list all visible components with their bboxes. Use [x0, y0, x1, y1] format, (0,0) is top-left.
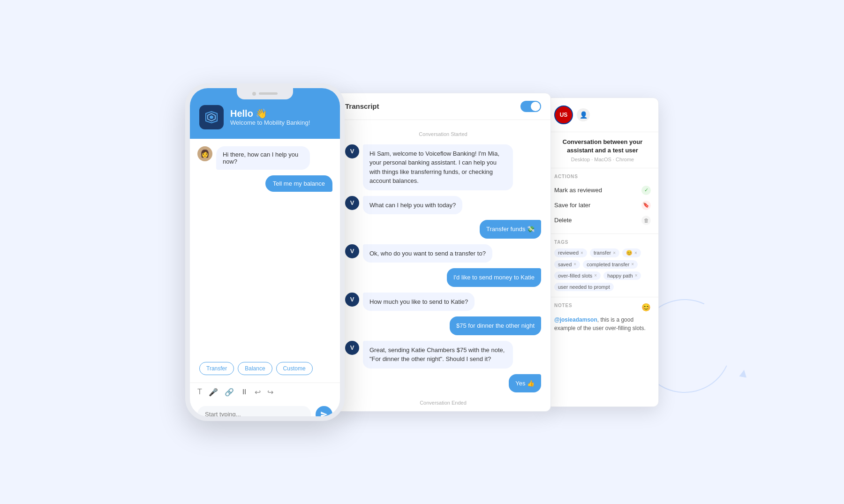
bot-transcript-avatar-2: V — [345, 196, 359, 210]
suggestion-custom[interactable]: Custome — [276, 362, 313, 375]
speaker — [259, 92, 278, 95]
phone-greeting: Hello 👋 — [230, 108, 310, 119]
tag-saved: saved× — [554, 260, 580, 269]
transcript-title: Transcript — [345, 102, 379, 110]
bot-avatar: 👩 — [197, 146, 212, 161]
transcript-body[interactable]: Conversation Started V Hi Sam, welcome t… — [336, 120, 550, 411]
user-message-1: Tell me my balance — [197, 175, 332, 192]
transcript-header: Transcript + — [336, 93, 550, 120]
action-mark-reviewed[interactable]: Mark as reviewed ✓ — [554, 183, 651, 198]
toolbar-pause-icon[interactable]: ⏸ — [241, 388, 248, 396]
notes-emoji: 😊 — [641, 303, 651, 312]
transcript-user-4: Yes 👍 — [345, 374, 541, 393]
bot-transcript-bubble-5: Great, sending Katie Chambers $75 with t… — [363, 341, 513, 369]
notes-label: NOTES — [554, 303, 572, 308]
right-panel-header: US 👤 — [547, 98, 658, 132]
tag-close[interactable]: × — [580, 250, 583, 256]
tag-close[interactable]: × — [613, 250, 616, 256]
tag-completed-transfer: completed transfer× — [583, 260, 638, 269]
tags-label: TAGS — [554, 240, 651, 245]
tag-emoji: 😊× — [622, 248, 641, 257]
camera — [252, 92, 256, 96]
tags-section: TAGS reviewed× transfer× 😊× saved× compl… — [547, 234, 658, 297]
phone-toolbar: T 🎤 🔗 ⏸ ↩ ↪ — [190, 383, 340, 401]
transcript-toggle[interactable]: + — [520, 101, 541, 112]
suggestion-balance[interactable]: Balance — [238, 362, 272, 375]
tag-user-prompt: user needed to prompt — [554, 283, 614, 291]
transcript-bot-1: V Hi Sam, welcome to Voiceflow Banking! … — [345, 144, 541, 190]
tag-close[interactable]: × — [635, 273, 638, 278]
bot-transcript-bubble-4: How much you like to send to Katie? — [363, 293, 475, 311]
tag-close[interactable]: × — [594, 273, 597, 278]
tags-container: reviewed× transfer× 😊× saved× completed … — [554, 248, 651, 291]
user-transcript-bubble-3: $75 for dinner the other night — [450, 316, 541, 335]
notes-content: @josieadamson, this is a good example of… — [554, 316, 651, 332]
transcript-bot-5: V Great, sending Katie Chambers $75 with… — [345, 341, 541, 369]
tag-happy-path: happy path× — [603, 271, 641, 280]
transcript-panel: Transcript + Conversation Started V Hi S… — [335, 93, 551, 412]
user-transcript-bubble-2: I'd like to send money to Katie — [447, 268, 541, 287]
toolbar-text-icon[interactable]: T — [197, 388, 202, 396]
toolbar-link-icon[interactable]: 🔗 — [225, 388, 234, 397]
bot-message-1: 👩 Hi there, how can I help you now? — [197, 146, 332, 170]
tag-transfer: transfer× — [590, 248, 619, 257]
transcript-bot-2: V What can I help you with today? — [345, 196, 541, 215]
phone-notch — [237, 88, 293, 99]
tag-reviewed: reviewed× — [554, 248, 587, 257]
bot-transcript-avatar-5: V — [345, 341, 359, 355]
transcript-bot-3: V Ok, who do you want to send a transfer… — [345, 244, 541, 263]
bot-transcript-bubble-1: Hi Sam, welcome to Voiceflow Banking! I'… — [363, 144, 513, 190]
phone-subtitle: Welcome to Mobility Banking! — [230, 119, 310, 126]
user-bubble-1: Tell me my balance — [265, 175, 332, 192]
notes-header: NOTES 😊 — [554, 303, 651, 312]
transcript-user-1: Transfer funds 💸 — [345, 220, 541, 239]
actions-label: ACTIONS — [554, 174, 651, 179]
tag-overfilled: over-filled slots× — [554, 271, 601, 280]
app-logo — [199, 105, 224, 129]
phone-send-button[interactable] — [316, 406, 332, 421]
conversation-started-label: Conversation Started — [345, 131, 541, 137]
phone-text-input[interactable] — [197, 406, 311, 421]
action-delete[interactable]: Delete 🗑 — [554, 213, 651, 228]
brand-logo: US — [554, 105, 573, 124]
toolbar-redo-icon[interactable]: ↪ — [267, 388, 273, 397]
phone-suggestions: Transfer Balance Custome — [197, 362, 332, 375]
tag-close[interactable]: × — [573, 262, 576, 267]
toolbar-mic-icon[interactable]: 🎤 — [209, 388, 218, 397]
mark-reviewed-icon: ✓ — [641, 186, 651, 195]
action-save-later[interactable]: Save for later 🔖 — [554, 198, 651, 213]
phone-mockup: Hello 👋 Welcome to Mobility Banking! 👩 H… — [185, 83, 345, 421]
transcript-user-2: I'd like to send money to Katie — [345, 268, 541, 287]
tag-close[interactable]: × — [631, 262, 634, 267]
user-profile-icon[interactable]: 👤 — [577, 108, 590, 121]
bot-transcript-avatar-3: V — [345, 244, 359, 258]
phone-chat-area: 👩 Hi there, how can I help you now? Tell… — [190, 139, 340, 383]
suggestion-transfer[interactable]: Transfer — [199, 362, 234, 375]
conversation-title: Conversation between your assistant and … — [554, 138, 651, 155]
conversation-info: Conversation between your assistant and … — [547, 132, 658, 168]
transcript-user-3: $75 for dinner the other night — [345, 316, 541, 335]
bot-bubble-1: Hi there, how can I help you now? — [216, 146, 310, 170]
phone-input-area — [190, 401, 340, 421]
conversation-ended-label: Conversation Ended — [345, 400, 541, 406]
tag-close[interactable]: × — [634, 250, 637, 256]
bot-transcript-avatar: V — [345, 144, 359, 158]
user-transcript-bubble-4: Yes 👍 — [509, 374, 541, 393]
toggle-plus: + — [536, 104, 539, 109]
toolbar-undo-icon[interactable]: ↩ — [255, 388, 261, 397]
transcript-bot-4: V How much you like to send to Katie? — [345, 293, 541, 311]
bot-transcript-bubble-3: Ok, who do you want to send a transfer t… — [363, 244, 492, 263]
user-transcript-bubble-1: Transfer funds 💸 — [480, 220, 541, 239]
save-later-icon: 🔖 — [641, 201, 651, 210]
right-panel: US 👤 Conversation between your assistant… — [546, 98, 659, 407]
actions-section: ACTIONS Mark as reviewed ✓ Save for late… — [547, 168, 658, 234]
bot-transcript-avatar-4: V — [345, 293, 359, 307]
notes-mention: @josieadamson — [554, 316, 597, 323]
platform-info: Desktop · MacOS · Chrome — [554, 157, 651, 162]
notes-section: NOTES 😊 @josieadamson, this is a good ex… — [547, 297, 658, 338]
bot-transcript-bubble-2: What can I help you with today? — [363, 196, 462, 215]
delete-icon: 🗑 — [641, 216, 651, 225]
